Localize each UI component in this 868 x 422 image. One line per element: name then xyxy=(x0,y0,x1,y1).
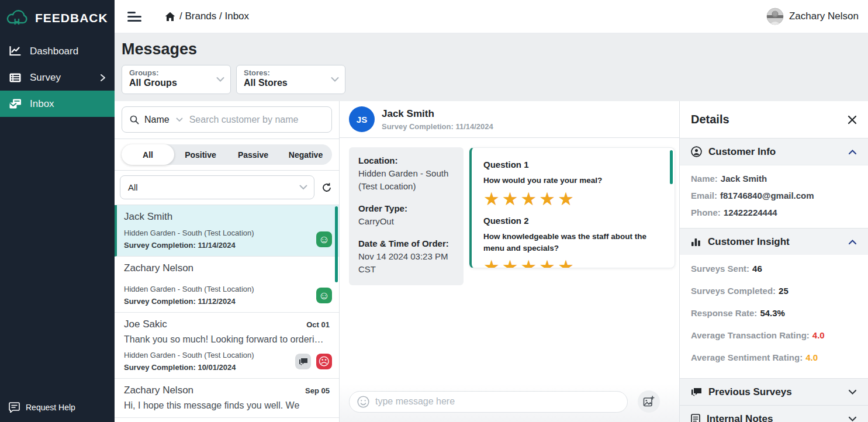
info-label: Phone: xyxy=(691,207,721,217)
sidebar-item-label: Dashboard xyxy=(30,46,78,57)
groups-label: Groups: xyxy=(129,68,223,77)
breadcrumb[interactable]: / Brands / Inbox xyxy=(165,11,249,22)
positive-sentiment-icon: ☺ xyxy=(316,231,332,247)
positive-sentiment-icon: ☺ xyxy=(316,288,332,303)
chat-panel: JS Jack Smith Survey Completion: 11/14/2… xyxy=(340,101,680,422)
answers-scrollbar-thumb[interactable] xyxy=(670,150,673,184)
question-title: Question 2 xyxy=(483,216,663,226)
chevron-down-icon xyxy=(216,77,224,82)
customer-info-body: Name:Jack Smith Email:f81746840@gmail.co… xyxy=(680,165,868,228)
message-input[interactable]: type message here xyxy=(349,391,628,413)
details-panel: Details Customer Info Name:Jack Smit xyxy=(680,101,868,422)
insight-value: 4.0 xyxy=(805,352,818,362)
chat-header: JS Jack Smith Survey Completion: 11/14/2… xyxy=(340,101,679,138)
groups-value: All Groups xyxy=(129,78,223,88)
insight-row: Surveys Completed:25 xyxy=(691,285,857,297)
survey-list-icon xyxy=(9,73,22,82)
sidebar-item-survey[interactable]: Survey xyxy=(0,64,115,91)
close-icon[interactable] xyxy=(848,115,857,124)
previous-surveys-section-header[interactable]: Previous Surveys xyxy=(680,378,868,405)
chevron-up-icon xyxy=(848,149,857,155)
message-input-placeholder: type message here xyxy=(375,396,455,407)
question-title: Question 1 xyxy=(483,160,663,170)
tab-passive[interactable]: Passive xyxy=(227,144,279,165)
tab-negative[interactable]: Negative xyxy=(279,144,332,165)
attach-image-button[interactable] xyxy=(638,390,660,413)
conversation-item[interactable]: Jack Smith Hidden Garden - South (Test L… xyxy=(115,205,339,257)
tab-all[interactable]: All xyxy=(122,144,174,165)
chevron-down-icon xyxy=(848,416,857,422)
insight-row: Response Rate:54.3% xyxy=(691,307,857,319)
stores-value: All Stores xyxy=(244,78,338,88)
insight-row: Average Transaction Rating:4.0 xyxy=(691,329,857,341)
groups-dropdown[interactable]: Groups: All Groups xyxy=(122,65,231,94)
conversation-completion: Survey Completion: 11/14/2024 xyxy=(124,241,330,250)
customer-info-row: Email:f81746840@gmail.com xyxy=(691,187,857,204)
conversation-item[interactable]: Joe Sakic Oct 01 Thank you so much! Look… xyxy=(115,313,339,379)
user-avatar xyxy=(766,8,784,25)
sidebar-item-label: Survey xyxy=(30,72,61,84)
chevron-down-icon xyxy=(331,77,339,82)
conversation-date: Oct 01 xyxy=(306,320,330,329)
customer-info-section-header[interactable]: Customer Info xyxy=(680,138,868,165)
conversation-list: Jack Smith Hidden Garden - South (Test L… xyxy=(115,205,339,422)
bar-chart-icon xyxy=(691,237,701,247)
refresh-icon[interactable] xyxy=(321,182,332,193)
search-field-selector[interactable]: Name xyxy=(144,115,170,125)
customer-insight-section-header[interactable]: Customer Insight xyxy=(680,228,868,255)
customer-insight-body: Surveys Sent:46 Surveys Completed:25 Res… xyxy=(680,255,868,378)
customer-info-row: Name:Jack Smith xyxy=(691,170,857,187)
customer-info-row: Phone:12422224444 xyxy=(691,204,857,221)
search-row: Name Search customer by name xyxy=(115,101,339,139)
chevron-down-icon xyxy=(176,117,183,122)
conversation-item[interactable]: Zachary Nelson Sep 05 Hi, I hope this me… xyxy=(115,379,339,418)
order-type-label: Order Type: xyxy=(358,202,454,215)
cloud-logo-icon: H xyxy=(5,8,29,29)
stores-dropdown[interactable]: Stores: All Stores xyxy=(236,65,345,94)
order-datetime-label: Date & Time of Order: xyxy=(358,237,454,250)
user-menu[interactable]: Zachary Nelson xyxy=(766,8,859,25)
hamburger-menu-icon[interactable] xyxy=(127,9,143,24)
chat-footer: type message here xyxy=(340,383,679,422)
insight-value: 46 xyxy=(752,264,762,274)
details-title: Details xyxy=(691,113,729,126)
home-icon[interactable] xyxy=(165,12,175,22)
chat-body: Location: Hidden Garden - South (Test Lo… xyxy=(340,138,679,383)
order-type-value: CarryOut xyxy=(358,215,454,228)
help-bubble-icon xyxy=(9,402,20,413)
chevron-right-icon xyxy=(100,74,106,82)
details-header: Details xyxy=(680,101,868,138)
internal-notes-section-header[interactable]: Internal Notes xyxy=(680,405,868,422)
avatar: JS xyxy=(349,106,375,132)
app-logo[interactable]: H FEEDBACK xyxy=(0,0,115,38)
filter-row: Groups: All Groups Stores: All Stores xyxy=(122,65,861,94)
insight-label: Average Sentiment Rating: xyxy=(691,352,803,362)
message-reply-icon xyxy=(295,354,311,369)
list-filter-select[interactable]: All xyxy=(120,175,314,199)
search-input[interactable]: Name Search customer by name xyxy=(122,106,332,133)
info-value: 12422224444 xyxy=(724,207,777,217)
stores-label: Stores: xyxy=(244,68,338,77)
insight-row: Surveys Sent:46 xyxy=(691,262,857,275)
inbox-icon xyxy=(9,99,22,109)
emoji-icon[interactable] xyxy=(357,396,369,408)
list-scrollbar-thumb[interactable] xyxy=(335,206,338,282)
negative-sentiment-icon: ☹ xyxy=(316,354,332,369)
insight-label: Response Rate: xyxy=(691,308,757,318)
notes-document-icon xyxy=(691,414,700,422)
sentiment-tabs-row: All Positive Passive Negative xyxy=(115,139,339,170)
insight-label: Surveys Completed: xyxy=(691,286,776,296)
location-label: Location: xyxy=(358,154,454,167)
request-help-button[interactable]: Request Help xyxy=(0,394,115,422)
conversation-completion: Survey Completion: 11/12/2024 xyxy=(124,297,330,306)
insight-label: Average Transaction Rating: xyxy=(691,330,810,340)
sidebar: H FEEDBACK Dashboard Survey Inbox xyxy=(0,0,115,422)
insight-value: 4.0 xyxy=(812,330,825,340)
tab-positive[interactable]: Positive xyxy=(174,144,227,165)
sentiment-tabs: All Positive Passive Negative xyxy=(122,144,332,165)
chevron-up-icon xyxy=(848,239,857,245)
sidebar-item-inbox[interactable]: Inbox xyxy=(0,91,115,117)
sidebar-item-dashboard[interactable]: Dashboard xyxy=(0,38,115,64)
conversation-item[interactable]: Zachary Nelson Hidden Garden - South (Te… xyxy=(115,257,339,313)
conversation-name: Joe Sakic xyxy=(124,319,167,330)
